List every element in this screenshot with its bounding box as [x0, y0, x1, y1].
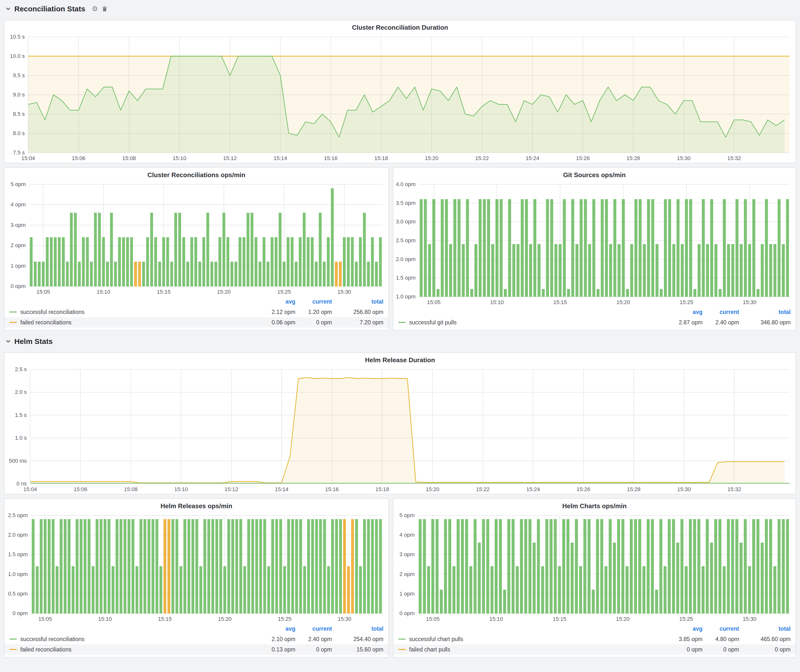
- legend-row-successful-reconciliations: successful reconciliations 2.12 opm 1.20…: [5, 307, 388, 317]
- legend-col-avg[interactable]: avg: [259, 298, 295, 305]
- trash-icon[interactable]: [101, 6, 108, 12]
- series-color-dash: [398, 649, 406, 650]
- chevron-down-icon[interactable]: [5, 6, 11, 12]
- legend-col-current[interactable]: current: [295, 298, 332, 305]
- svg-text:15:10: 15:10: [490, 299, 504, 305]
- svg-text:15:10: 15:10: [174, 486, 188, 492]
- svg-text:2 opm: 2 opm: [11, 242, 26, 248]
- legend-header-row: avg current total: [5, 624, 388, 634]
- svg-text:15:20: 15:20: [218, 616, 232, 622]
- svg-text:8.0 s: 8.0 s: [13, 130, 25, 136]
- svg-text:3 opm: 3 opm: [400, 551, 414, 557]
- series-label[interactable]: successful reconciliations: [20, 636, 85, 643]
- svg-text:15:25: 15:25: [680, 299, 693, 305]
- legend-value-current: 1.20 opm: [295, 309, 332, 315]
- legend-col-current[interactable]: current: [295, 626, 332, 632]
- legend-header-row: avg current total: [393, 307, 795, 317]
- svg-text:2 opm: 2 opm: [400, 571, 414, 577]
- svg-text:5 opm: 5 opm: [11, 181, 26, 187]
- svg-text:15:05: 15:05: [427, 299, 440, 305]
- section-header-reconciliation-stats: Reconciliation Stats ⚙: [4, 2, 796, 16]
- cluster-reconciliations-ops-chart[interactable]: 15:0515:1015:1515:2015:2515:300 opm1 opm…: [5, 179, 388, 296]
- svg-text:15:22: 15:22: [475, 155, 489, 161]
- series-label[interactable]: failed chart pulls: [409, 646, 450, 653]
- panel-title[interactable]: Git Sources ops/min: [393, 168, 795, 179]
- svg-text:1.0 s: 1.0 s: [15, 435, 27, 441]
- panel-title[interactable]: Cluster Reconciliations ops/min: [5, 168, 388, 179]
- svg-text:15:10: 15:10: [489, 616, 503, 622]
- svg-text:15:08: 15:08: [124, 486, 138, 492]
- helm-charts-ops-chart[interactable]: 15:0515:1015:1515:2015:2515:300 opm1 opm…: [393, 510, 795, 624]
- svg-text:15:16: 15:16: [325, 486, 339, 492]
- legend-value-current: 0 opm: [295, 646, 332, 653]
- svg-text:10.5 s: 10.5 s: [10, 34, 25, 40]
- panel-title[interactable]: Helm Charts ops/min: [393, 499, 795, 510]
- svg-text:15:30: 15:30: [677, 155, 690, 161]
- svg-text:15:20: 15:20: [217, 289, 230, 295]
- svg-text:15:05: 15:05: [38, 616, 52, 622]
- legend-value-avg: 2.10 opm: [259, 636, 295, 643]
- svg-text:1 opm: 1 opm: [400, 590, 414, 597]
- svg-text:2.5 opm: 2.5 opm: [8, 512, 28, 518]
- git-sources-ops-chart[interactable]: 15:0515:1015:1515:2015:2515:301.0 opm1.5…: [393, 179, 795, 307]
- svg-text:15:12: 15:12: [225, 486, 238, 492]
- section-title[interactable]: Helm Stats: [14, 337, 53, 346]
- svg-text:15:18: 15:18: [374, 155, 388, 161]
- svg-text:2.5 opm: 2.5 opm: [396, 237, 416, 243]
- svg-text:15:28: 15:28: [627, 155, 640, 161]
- legend-col-avg[interactable]: avg: [666, 309, 702, 315]
- svg-text:2.5 s: 2.5 s: [15, 366, 27, 372]
- series-color-dash: [10, 638, 17, 640]
- legend-col-total[interactable]: total: [739, 309, 790, 315]
- section-title[interactable]: Reconciliation Stats: [14, 5, 85, 13]
- series-label[interactable]: failed reconciliations: [20, 319, 72, 326]
- legend-value-avg: 2.87 opm: [666, 319, 702, 326]
- legend-col-total[interactable]: total: [332, 298, 383, 305]
- series-label[interactable]: successful chart pulls: [409, 636, 463, 643]
- svg-text:3.0 opm: 3.0 opm: [396, 218, 416, 225]
- svg-text:9.0 s: 9.0 s: [13, 91, 25, 98]
- helm-release-duration-chart[interactable]: 15:0415:0615:0815:1015:1215:1415:1615:18…: [5, 365, 795, 494]
- svg-text:0 opm: 0 opm: [400, 610, 414, 616]
- svg-text:15:26: 15:26: [577, 486, 590, 492]
- legend-value-current: 0 opm: [295, 319, 332, 326]
- svg-text:0.5 opm: 0.5 opm: [8, 590, 28, 597]
- helm-releases-ops-chart[interactable]: 15:0515:1015:1515:2015:2515:300 opm0.5 o…: [5, 510, 388, 624]
- panel-title[interactable]: Helm Release Duration: [5, 353, 795, 365]
- svg-text:15:20: 15:20: [426, 486, 439, 492]
- legend-col-total[interactable]: total: [332, 626, 383, 632]
- svg-text:15:25: 15:25: [679, 616, 693, 622]
- legend: avg current total successful git pulls 2…: [393, 307, 795, 330]
- chevron-down-icon[interactable]: [5, 339, 11, 344]
- svg-text:1.5 opm: 1.5 opm: [396, 275, 416, 281]
- svg-text:3.5 opm: 3.5 opm: [396, 200, 416, 206]
- legend-value-total: 465.60 opm: [739, 636, 790, 643]
- svg-text:15:15: 15:15: [157, 289, 170, 295]
- panel-title[interactable]: Cluster Reconciliation Duration: [5, 20, 795, 32]
- legend-col-current[interactable]: current: [702, 626, 739, 632]
- gear-icon[interactable]: ⚙: [92, 5, 98, 12]
- svg-text:15:25: 15:25: [277, 289, 291, 295]
- svg-text:15:30: 15:30: [677, 486, 691, 492]
- svg-text:15:05: 15:05: [426, 616, 440, 622]
- svg-text:2.0 s: 2.0 s: [15, 389, 27, 395]
- legend-value-total: 7.20 opm: [332, 319, 383, 326]
- legend-value-avg: 2.12 opm: [259, 309, 295, 315]
- svg-text:4 opm: 4 opm: [11, 202, 26, 208]
- cluster-reconciliation-duration-chart[interactable]: 15:0415:0615:0815:1015:1215:1415:1615:18…: [5, 32, 795, 163]
- legend-col-current[interactable]: current: [702, 309, 739, 315]
- series-label[interactable]: successful reconciliations: [20, 309, 85, 315]
- series-label[interactable]: successful git pulls: [409, 319, 457, 326]
- dashboard: Reconciliation Stats ⚙ Cluster Reconcili…: [0, 0, 800, 672]
- panel-title[interactable]: Helm Releases ops/min: [5, 499, 388, 510]
- legend-value-current: 4.80 opm: [702, 636, 739, 643]
- svg-text:0 opm: 0 opm: [11, 283, 26, 289]
- legend-value-current: 2.40 opm: [702, 319, 739, 326]
- series-label[interactable]: failed reconciliations: [20, 646, 72, 653]
- svg-text:7.5 s: 7.5 s: [13, 149, 25, 156]
- svg-text:2.0 opm: 2.0 opm: [396, 256, 416, 262]
- legend-col-avg[interactable]: avg: [666, 626, 702, 632]
- svg-text:8.5 s: 8.5 s: [13, 111, 25, 117]
- legend-col-total[interactable]: total: [739, 626, 790, 632]
- legend-col-avg[interactable]: avg: [259, 626, 295, 632]
